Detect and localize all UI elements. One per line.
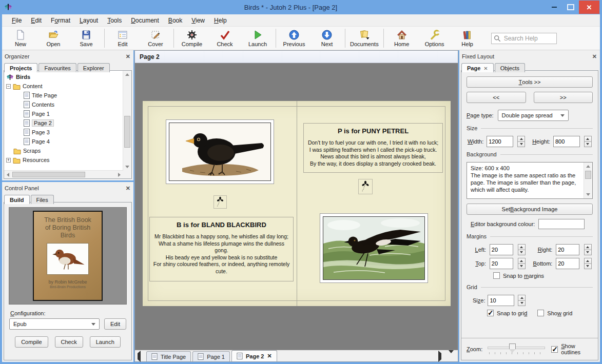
- left-margin-input[interactable]: [490, 244, 513, 255]
- search-help-input[interactable]: [491, 33, 557, 44]
- menu-format[interactable]: Format: [46, 15, 75, 26]
- documents-button[interactable]: Documents: [347, 27, 382, 50]
- collapse-icon[interactable]: −: [6, 84, 11, 89]
- snap-to-grid-checkbox[interactable]: [487, 310, 494, 316]
- zoom-slider[interactable]: [488, 342, 545, 356]
- show-grid-checkbox[interactable]: [537, 310, 544, 316]
- tab-explorer[interactable]: Explorer: [77, 63, 110, 72]
- height-input[interactable]: [553, 136, 580, 147]
- height-spinner[interactable]: [584, 136, 592, 147]
- minimize-button[interactable]: [546, 1, 562, 13]
- right-margin-input[interactable]: [556, 244, 579, 255]
- cover-button[interactable]: Cover: [139, 27, 172, 50]
- organizer-close-icon[interactable]: ✕: [126, 54, 130, 59]
- menu-edit[interactable]: Edit: [26, 15, 46, 26]
- close-button[interactable]: ✕: [579, 1, 599, 14]
- tree-item-page-3[interactable]: Page 3: [6, 128, 122, 137]
- doc-tab-page-2[interactable]: Page 2 ✕: [231, 350, 277, 361]
- slider-thumb[interactable]: [509, 343, 516, 349]
- tree-vertical-scrollbar[interactable]: [123, 71, 131, 171]
- ornament-object[interactable]: [213, 195, 227, 209]
- width-input[interactable]: [487, 136, 513, 147]
- ornament-object[interactable]: [358, 179, 373, 194]
- tree-item-page-1[interactable]: Page 1: [6, 109, 122, 118]
- tab-objects[interactable]: Objects: [495, 63, 525, 72]
- slider-track[interactable]: [488, 347, 545, 349]
- tree-horizontal-scrollbar[interactable]: [4, 170, 123, 178]
- page-type-select[interactable]: Double page spread: [498, 110, 569, 121]
- menu-help[interactable]: Help: [209, 15, 231, 26]
- top-margin-spinner[interactable]: [518, 258, 526, 269]
- menu-document[interactable]: Document: [126, 15, 164, 26]
- right-margin-spinner[interactable]: [584, 244, 592, 255]
- grid-size-input[interactable]: [488, 295, 514, 306]
- configuration-select[interactable]: Epub: [9, 318, 100, 330]
- save-button[interactable]: Save: [70, 27, 103, 50]
- tab-build[interactable]: Build: [4, 195, 30, 204]
- tab-files[interactable]: Files: [31, 195, 54, 204]
- menu-view[interactable]: View: [187, 15, 209, 26]
- compile-button[interactable]: Compile: [176, 27, 208, 50]
- menu-layout[interactable]: Layout: [75, 15, 103, 26]
- tab-projects[interactable]: Projects: [4, 63, 37, 72]
- tree-item-scraps[interactable]: Scraps: [6, 146, 122, 155]
- info-scrollbar[interactable]: [584, 163, 592, 198]
- close-tab-icon[interactable]: ✕: [267, 353, 271, 359]
- launch-button[interactable]: Launch: [241, 27, 274, 50]
- tab-scroll-left-button[interactable]: [138, 353, 144, 359]
- width-spinner[interactable]: [517, 136, 525, 147]
- scrollbar-thumb[interactable]: [124, 116, 130, 148]
- previous-page-button[interactable]: <<: [467, 92, 526, 103]
- tree-item-birds[interactable]: Birds: [6, 72, 122, 82]
- home-button[interactable]: Home: [385, 27, 418, 50]
- open-button[interactable]: Open: [37, 27, 70, 50]
- tree-item-contents[interactable]: Contents: [6, 100, 122, 109]
- editor-background-colour-input[interactable]: [538, 219, 585, 229]
- show-outlines-checkbox[interactable]: [551, 346, 558, 353]
- blackbird-image-object[interactable]: [166, 119, 274, 184]
- close-tab-icon[interactable]: ✕: [483, 66, 488, 71]
- page-spread[interactable]: B is for BLAND BLACKBIRD Mr Blackbird ha…: [143, 101, 451, 306]
- doc-tab-title-page[interactable]: Title Page: [146, 351, 191, 361]
- edit-button[interactable]: Edit: [106, 27, 139, 50]
- maximize-button[interactable]: [562, 1, 579, 13]
- snap-to-margins-checkbox[interactable]: [493, 272, 500, 279]
- tab-list-button[interactable]: [449, 353, 455, 359]
- tab-scroll-right-button[interactable]: [438, 353, 444, 359]
- menu-book[interactable]: Book: [164, 15, 187, 26]
- next-button[interactable]: Next: [310, 27, 343, 50]
- menu-file[interactable]: File: [7, 15, 26, 26]
- fixed-layout-close-icon[interactable]: ✕: [592, 54, 597, 59]
- expand-icon[interactable]: +: [6, 158, 11, 163]
- new-button[interactable]: New: [4, 27, 37, 50]
- tree-item-resources[interactable]: + Resources: [6, 155, 122, 165]
- tree-item-content[interactable]: − Content: [6, 82, 122, 91]
- check-panel-button[interactable]: Check: [55, 336, 83, 348]
- tree-item-page-4[interactable]: Page 4: [6, 137, 122, 146]
- tab-favourites[interactable]: Favourites: [38, 63, 76, 72]
- blackbird-poem-object[interactable]: B is for BLAND BLACKBIRD Mr Blackbird ha…: [149, 217, 294, 281]
- top-margin-input[interactable]: [490, 258, 513, 269]
- previous-button[interactable]: Previous: [278, 27, 310, 50]
- grid-size-spinner[interactable]: [518, 295, 526, 306]
- options-button[interactable]: Options: [418, 27, 451, 50]
- launch-panel-button[interactable]: Launch: [90, 336, 121, 348]
- control-panel-close-icon[interactable]: ✕: [126, 186, 130, 191]
- set-background-image-button[interactable]: Set Background Image: [467, 204, 593, 215]
- bottom-margin-input[interactable]: [556, 258, 579, 269]
- bottom-margin-spinner[interactable]: [584, 258, 592, 269]
- next-page-button[interactable]: >>: [534, 92, 593, 103]
- compile-panel-button[interactable]: Compile: [15, 336, 48, 348]
- petrel-image-object[interactable]: [320, 213, 428, 283]
- help-button[interactable]: Help: [451, 27, 484, 50]
- tree-item-page-2[interactable]: Page 2: [6, 118, 122, 128]
- petrel-poem-object[interactable]: P is for PUNY PETREL Don't try to fuel y…: [303, 123, 443, 173]
- editor-canvas[interactable]: B is for BLAND BLACKBIRD Mr Blackbird ha…: [135, 63, 457, 350]
- scrollbar-thumb[interactable]: [12, 172, 85, 177]
- left-margin-spinner[interactable]: [518, 244, 526, 255]
- tree-item-title-page[interactable]: Title Page: [6, 91, 122, 100]
- doc-tab-page-1[interactable]: Page 1: [192, 351, 230, 361]
- scrollbar-thumb[interactable]: [585, 171, 591, 179]
- tools-button[interactable]: Tools >>: [467, 76, 593, 88]
- menu-tools[interactable]: Tools: [103, 15, 126, 26]
